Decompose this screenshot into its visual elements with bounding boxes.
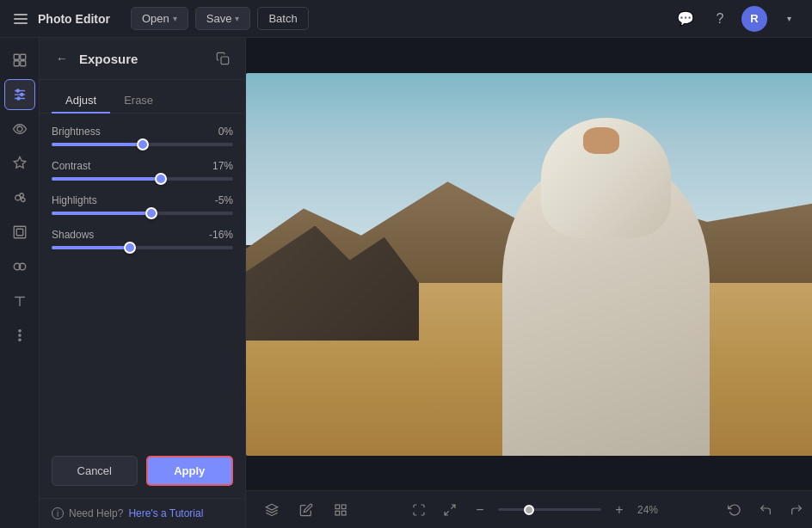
zoom-out-button[interactable]: − — [469, 499, 491, 521]
brightness-slider[interactable] — [52, 143, 233, 146]
fit-icon[interactable] — [438, 498, 462, 522]
panel: ← Exposure Adjust Erase Brightness 0% — [40, 38, 246, 528]
sidebar-item-text[interactable] — [4, 285, 35, 316]
contrast-label: Contrast — [52, 160, 90, 172]
svg-point-22 — [18, 339, 20, 341]
info-icon: i — [52, 507, 64, 519]
sidebar-item-layers[interactable] — [4, 45, 35, 76]
svg-point-13 — [21, 198, 25, 202]
batch-label: Batch — [268, 12, 297, 25]
contrast-value: 17% — [212, 160, 233, 172]
save-button[interactable]: Save ▾ — [195, 7, 251, 30]
menu-icon[interactable] — [10, 10, 31, 28]
sidebar-item-adjustments[interactable] — [4, 79, 35, 110]
edit-icon[interactable] — [294, 498, 318, 522]
copy-button[interactable] — [212, 48, 233, 69]
svg-rect-1 — [20, 54, 25, 59]
batch-button[interactable]: Batch — [257, 7, 308, 30]
open-label: Open — [142, 12, 169, 25]
panel-tabs: Adjust Erase — [40, 80, 245, 114]
svg-rect-23 — [221, 57, 229, 64]
expand-icon[interactable] — [407, 498, 431, 522]
sliders-area: Brightness 0% Contrast 17% — [40, 114, 245, 456]
left-sidebar — [0, 38, 40, 528]
shadows-slider-row: Shadows -16% — [52, 229, 233, 249]
contrast-fill — [52, 177, 161, 181]
svg-rect-2 — [14, 61, 19, 66]
highlights-label: Highlights — [52, 194, 97, 206]
person-face — [583, 127, 619, 154]
bottom-bar: − + 24% — [246, 490, 812, 528]
bottom-center: − + 24% — [407, 498, 668, 522]
back-button[interactable]: ← — [52, 48, 72, 69]
reset-icon[interactable] — [723, 498, 747, 522]
highlights-fill — [52, 212, 151, 215]
help-link[interactable]: Here's a Tutorial — [128, 507, 203, 519]
open-button[interactable]: Open ▾ — [131, 7, 188, 30]
main-area: ← Exposure Adjust Erase Brightness 0% — [0, 38, 812, 528]
shadows-label: Shadows — [52, 229, 94, 241]
tab-adjust[interactable]: Adjust — [52, 89, 110, 114]
tab-erase[interactable]: Erase — [110, 89, 167, 114]
sidebar-item-retouch[interactable] — [4, 182, 35, 213]
bottom-left — [260, 498, 353, 522]
svg-point-21 — [18, 335, 20, 336]
svg-point-12 — [20, 193, 24, 198]
sidebar-item-view[interactable] — [4, 114, 35, 144]
svg-rect-3 — [20, 61, 25, 66]
redo-icon[interactable] — [784, 498, 809, 522]
svg-rect-24 — [335, 505, 340, 509]
photo-person — [477, 111, 736, 456]
brightness-value: 0% — [218, 126, 233, 138]
svg-point-10 — [17, 126, 22, 132]
topbar-left: Photo Editor — [10, 10, 110, 28]
brightness-label: Brightness — [52, 126, 101, 138]
sidebar-item-frames[interactable] — [4, 217, 35, 248]
highlights-slider-row: Highlights -5% — [52, 194, 233, 215]
highlights-thumb[interactable] — [145, 207, 157, 219]
shadows-thumb[interactable] — [124, 242, 136, 254]
topbar-center: Open ▾ Save ▾ Batch — [131, 7, 309, 30]
shadows-slider[interactable] — [52, 246, 233, 249]
app-title: Photo Editor — [38, 12, 110, 26]
cancel-button[interactable]: Cancel — [52, 456, 138, 486]
brightness-slider-row: Brightness 0% — [52, 126, 233, 146]
svg-point-9 — [17, 97, 20, 100]
zoom-slider-thumb[interactable] — [524, 505, 534, 515]
undo-icon[interactable] — [754, 498, 778, 522]
chat-icon-button[interactable]: 💬 — [673, 6, 698, 32]
canvas-viewport[interactable] — [246, 38, 812, 490]
brightness-fill — [52, 143, 143, 146]
svg-rect-15 — [16, 229, 23, 236]
brightness-thumb[interactable] — [137, 138, 149, 150]
svg-point-8 — [20, 94, 22, 96]
zoom-slider[interactable] — [498, 508, 601, 511]
shadows-fill — [52, 246, 130, 249]
svg-rect-25 — [341, 505, 346, 509]
contrast-thumb[interactable] — [155, 173, 167, 185]
help-text: Need Help? — [69, 507, 123, 519]
photo-frame — [246, 73, 812, 456]
sidebar-item-more[interactable] — [4, 320, 35, 351]
svg-rect-0 — [14, 54, 19, 59]
svg-rect-14 — [14, 226, 26, 238]
highlights-value: -5% — [215, 194, 233, 206]
avatar[interactable]: R — [741, 6, 767, 32]
svg-rect-26 — [341, 511, 346, 515]
sidebar-item-overlays[interactable] — [4, 251, 35, 282]
grid-icon[interactable] — [329, 498, 353, 522]
highlights-slider[interactable] — [52, 212, 233, 215]
panel-title: Exposure — [79, 52, 206, 66]
save-chevron-icon: ▾ — [235, 14, 239, 23]
svg-point-7 — [16, 89, 19, 92]
zoom-in-button[interactable]: + — [608, 499, 631, 521]
help-icon-button[interactable]: ? — [707, 6, 733, 32]
layers-icon[interactable] — [260, 498, 284, 522]
panel-header: ← Exposure — [40, 38, 245, 80]
panel-buttons: Cancel Apply — [40, 456, 245, 498]
sidebar-item-effects[interactable] — [4, 148, 35, 179]
apply-button[interactable]: Apply — [146, 456, 234, 486]
canvas-area: − + 24% — [246, 38, 812, 528]
contrast-slider[interactable] — [52, 177, 233, 181]
account-chevron-icon[interactable]: ▾ — [776, 6, 802, 32]
